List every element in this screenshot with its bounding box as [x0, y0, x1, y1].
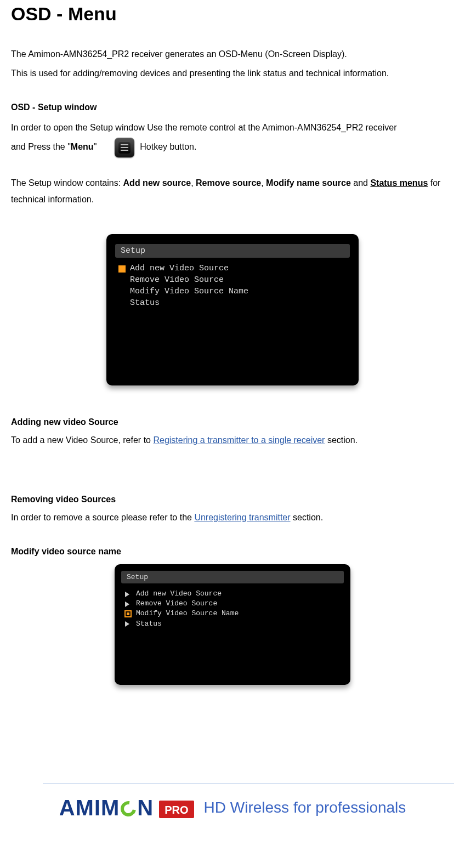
osd-menu-item: Remove Video Source — [115, 275, 350, 286]
intro-paragraph-1: The Amimon-AMN36254_PR2 receiver generat… — [11, 47, 454, 63]
marker — [118, 277, 126, 284]
footer-tagline: HD Wireless for professionals — [204, 800, 406, 815]
unregistering-link[interactable]: Unregistering transmitter — [194, 513, 290, 522]
setup-heading: OSD - Setup window — [11, 103, 454, 112]
osd-title: Setup — [115, 244, 350, 258]
arrow-icon — [124, 600, 132, 608]
osd-item-label: Remove Video Source — [136, 599, 217, 608]
selected-marker-icon — [124, 610, 132, 617]
osd-menu-item: Remove Video Source — [121, 599, 344, 609]
setup-instr-post: Hotkey button. — [140, 142, 196, 151]
marker — [118, 299, 126, 307]
menu-hotkey-icon — [115, 138, 134, 157]
adding-paragraph: To add a new Video Source, refer to Regi… — [11, 433, 454, 449]
page-footer: AMIMN PRO HD Wireless for professionals — [11, 784, 454, 820]
osd-item-label: Status — [136, 620, 162, 628]
setup-osd-screenshot-2: Setup Add new Video SourceRemove Video S… — [115, 564, 350, 685]
osd-menu-item: Add new Video Source — [115, 263, 350, 275]
setup-osd-screenshot-1: Setup Add new Video SourceRemove Video S… — [106, 234, 359, 385]
osd-menu-item: Add new Video Source — [121, 589, 344, 599]
setup-instr-pre: and Press the " — [11, 142, 71, 151]
modify-heading: Modify video source name — [11, 547, 454, 557]
osd-item-label: Add new Video Source — [136, 589, 222, 598]
osd-item-label: Modify Video Source Name — [130, 287, 248, 297]
setup-instr-quote-close: " — [94, 142, 97, 151]
arrow-icon — [124, 620, 132, 627]
pro-badge: PRO — [159, 801, 194, 818]
marker — [118, 288, 126, 296]
osd-menu-item: Status — [121, 619, 344, 629]
logo-ring-icon — [118, 798, 139, 820]
osd-menu-item: Modify Video Source Name — [115, 286, 350, 298]
setup-contains: The Setup window contains: Add new sourc… — [11, 175, 454, 208]
osd-menu-item: Status — [115, 298, 350, 309]
osd-menu-item: Modify Video Source Name — [121, 609, 344, 619]
removing-paragraph: In order to remove a source please refer… — [11, 510, 454, 526]
selected-marker-icon — [118, 265, 126, 273]
setup-instruction: In order to open the Setup window Use th… — [11, 118, 454, 157]
registering-link[interactable]: Registering a transmitter to a single re… — [153, 435, 325, 445]
menu-word: Menu — [71, 142, 94, 151]
brand-logo: AMIMN PRO — [59, 796, 194, 820]
intro-paragraph-2: This is used for adding/removing devices… — [11, 66, 454, 82]
removing-heading: Removing video Sources — [11, 495, 454, 504]
setup-instr-line1: In order to open the Setup window Use th… — [11, 123, 396, 132]
adding-heading: Adding new video Source — [11, 417, 454, 427]
osd-item-label: Remove Video Source — [130, 275, 224, 286]
arrow-icon — [124, 591, 132, 598]
osd-item-label: Modify Video Source Name — [136, 609, 239, 618]
osd-title: Setup — [121, 571, 344, 583]
osd-item-label: Add new Video Source — [130, 264, 229, 274]
page-title: OSD - Menu — [11, 3, 454, 25]
osd-item-label: Status — [130, 298, 160, 309]
